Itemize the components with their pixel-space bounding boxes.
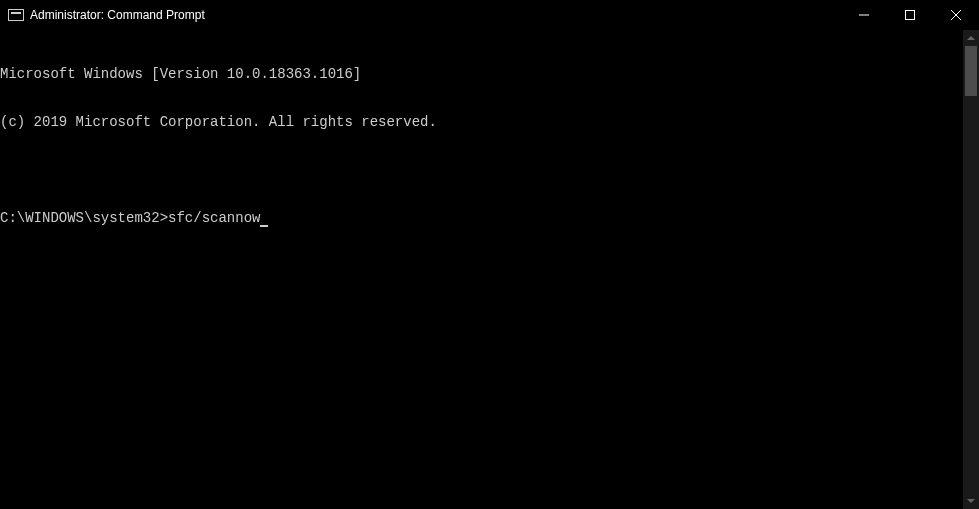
scrollbar-down-arrow[interactable] [963, 493, 979, 509]
command-input[interactable]: sfc/scannow [168, 210, 260, 226]
close-button[interactable] [933, 0, 979, 30]
maximize-button[interactable] [887, 0, 933, 30]
prompt-line: C:\WINDOWS\system32>sfc/scannow [0, 210, 979, 226]
svg-rect-1 [906, 11, 915, 20]
vertical-scrollbar[interactable] [963, 30, 979, 509]
cmd-icon [8, 9, 24, 21]
scrollbar-up-arrow[interactable] [963, 30, 979, 46]
version-line: Microsoft Windows [Version 10.0.18363.10… [0, 66, 979, 82]
copyright-line: (c) 2019 Microsoft Corporation. All righ… [0, 114, 979, 130]
scrollbar-thumb[interactable] [965, 46, 977, 96]
minimize-button[interactable] [841, 0, 887, 30]
terminal-area[interactable]: Microsoft Windows [Version 10.0.18363.10… [0, 30, 979, 509]
titlebar[interactable]: Administrator: Command Prompt [0, 0, 979, 30]
prompt-text: C:\WINDOWS\system32> [0, 210, 168, 226]
cursor [260, 225, 268, 227]
blank-line [0, 162, 979, 178]
window-title: Administrator: Command Prompt [30, 8, 841, 22]
window-controls [841, 0, 979, 30]
